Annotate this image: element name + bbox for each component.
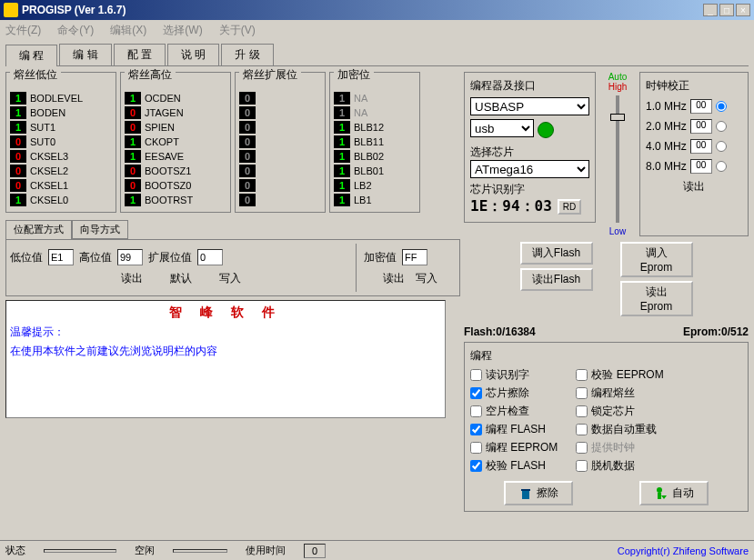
fuse-bit[interactable]: 1	[125, 92, 141, 105]
fuse-label: EESAVE	[145, 151, 184, 162]
fuse-high-title: 熔丝高位	[125, 67, 176, 83]
fuse-bit[interactable]: 0	[10, 179, 26, 192]
prog-checkbox[interactable]	[470, 387, 482, 399]
idle-label: 空闲	[135, 544, 155, 557]
read-lock-button[interactable]: 读出	[383, 271, 405, 286]
fuse-bit[interactable]: 1	[334, 194, 350, 206]
fuse-bit[interactable]: 0	[10, 150, 26, 163]
menu-about[interactable]: 关于(V)	[219, 23, 256, 38]
speed-slider[interactable]	[616, 95, 619, 223]
read-eprom-button[interactable]: 读出Eprom	[620, 281, 693, 316]
fuse-bit[interactable]: 1	[125, 135, 141, 148]
low-val-input[interactable]	[48, 249, 74, 265]
fuse-bit[interactable]: 1	[334, 135, 350, 148]
fuse-bit[interactable]: 1	[10, 121, 26, 134]
minimize-button[interactable]: _	[703, 4, 718, 16]
port-select[interactable]: usb	[470, 119, 534, 137]
read-flash-button[interactable]: 读出Flash	[520, 268, 593, 291]
fuse-label: BODEN	[30, 107, 65, 118]
fuse-bit[interactable]: 0	[239, 106, 256, 119]
info-textarea[interactable]: 智 峰 软 件 温馨提示： 在使用本软件之前建议先浏览说明栏的内容	[5, 300, 446, 418]
prog-check-label: 脱机数据	[591, 458, 635, 474]
prog-checkbox[interactable]	[470, 424, 482, 435]
speed-low-label: Low	[609, 226, 626, 236]
fuse-bit[interactable]: 1	[10, 194, 26, 206]
fuse-bit[interactable]: 0	[239, 165, 256, 177]
fuse-bit[interactable]: 0	[239, 135, 256, 148]
copyright: Copyright(r) Zhifeng Software	[618, 545, 749, 556]
fuse-bit[interactable]: 0	[239, 121, 256, 134]
fuse-bit[interactable]: 1	[10, 92, 26, 105]
clock-radio[interactable]	[716, 141, 727, 152]
fuse-bit[interactable]: 0	[10, 165, 26, 177]
menu-edit[interactable]: 编辑(X)	[110, 23, 146, 38]
fuse-bit[interactable]: 0	[125, 165, 141, 177]
tab-config[interactable]: 配 置	[114, 44, 166, 65]
prog-checkbox[interactable]	[576, 369, 588, 381]
fuse-bit[interactable]: 0	[239, 194, 256, 206]
clock-radio[interactable]	[716, 121, 727, 132]
clock-radio[interactable]	[716, 161, 727, 172]
chip-select[interactable]: ATmega16	[470, 160, 589, 178]
fuse-bit[interactable]: 1	[125, 194, 141, 206]
prog-checkbox[interactable]	[576, 442, 588, 454]
prog-checkbox[interactable]	[576, 387, 588, 399]
prog-checkbox[interactable]	[470, 442, 482, 454]
erase-button[interactable]: 擦除	[504, 481, 573, 505]
ext-val-input[interactable]	[197, 249, 223, 265]
menu-command[interactable]: 命令(Y)	[57, 23, 94, 38]
fuse-bit[interactable]: 1	[10, 106, 26, 119]
menu-select[interactable]: 选择(W)	[163, 23, 202, 38]
write-lock-button[interactable]: 写入	[416, 271, 437, 286]
fuse-bit[interactable]: 1	[334, 165, 350, 177]
tab-upgrade[interactable]: 升 级	[221, 44, 273, 65]
default-fuse-button[interactable]: 默认	[170, 271, 192, 286]
fuse-bit[interactable]: 1	[334, 179, 350, 192]
write-fuse-button[interactable]: 写入	[219, 271, 241, 286]
maximize-button[interactable]: □	[719, 4, 734, 16]
tab-bit-config[interactable]: 位配置方式	[5, 220, 72, 239]
prog-check-label: 空片检查	[486, 404, 529, 419]
fuse-bit[interactable]: 0	[239, 92, 256, 105]
fuse-bit[interactable]: 0	[10, 135, 26, 148]
fuse-label: CKSEL1	[30, 180, 68, 191]
prog-checkbox[interactable]	[576, 424, 588, 435]
prog-checkbox[interactable]	[470, 460, 482, 472]
fuse-bit[interactable]: 1	[334, 121, 350, 134]
lock-val-input[interactable]	[402, 249, 427, 265]
prog-checkbox[interactable]	[470, 405, 482, 417]
read-id-button[interactable]: RD	[558, 199, 581, 215]
fuse-bit[interactable]: 1	[334, 106, 350, 119]
auto-button[interactable]: 自动	[639, 481, 709, 505]
prog-checkbox[interactable]	[576, 405, 588, 417]
fuse-bit[interactable]: 0	[239, 179, 256, 192]
menu-file[interactable]: 文件(Z)	[5, 23, 41, 38]
fuse-bit[interactable]: 0	[239, 150, 256, 163]
read-clock-button[interactable]: 读出	[646, 179, 742, 195]
prog-checkbox[interactable]	[576, 460, 588, 472]
clock-radio[interactable]	[716, 101, 727, 112]
fuse-bit[interactable]: 1	[125, 150, 141, 163]
fuse-bit[interactable]: 0	[125, 106, 141, 119]
tab-edit[interactable]: 编 辑	[59, 44, 111, 65]
load-eprom-button[interactable]: 调入Eprom	[620, 242, 693, 277]
read-fuse-button[interactable]: 读出	[121, 271, 143, 286]
high-val-input[interactable]	[117, 249, 143, 265]
fuse-bit[interactable]: 0	[125, 121, 141, 134]
status-value	[44, 549, 116, 553]
fuse-bit[interactable]: 0	[125, 179, 141, 192]
clock-val: 00	[690, 99, 712, 114]
programmer-select[interactable]: USBASP	[470, 97, 589, 115]
load-flash-button[interactable]: 调入Flash	[520, 242, 593, 265]
prog-check-label: 编程熔丝	[591, 385, 635, 401]
fuse-bit[interactable]: 1	[334, 150, 350, 163]
fuse-label: OCDEN	[145, 93, 181, 104]
tab-program[interactable]: 编 程	[5, 45, 57, 66]
fuse-label: CKSEL0	[30, 195, 68, 205]
tab-help[interactable]: 说 明	[167, 44, 219, 65]
prog-checkbox[interactable]	[470, 369, 482, 381]
tab-wizard[interactable]: 向导方式	[72, 220, 128, 239]
fuse-bit[interactable]: 1	[334, 92, 350, 105]
close-button[interactable]: ×	[736, 4, 750, 16]
prog-check-label: 校验 FLASH	[486, 458, 546, 474]
